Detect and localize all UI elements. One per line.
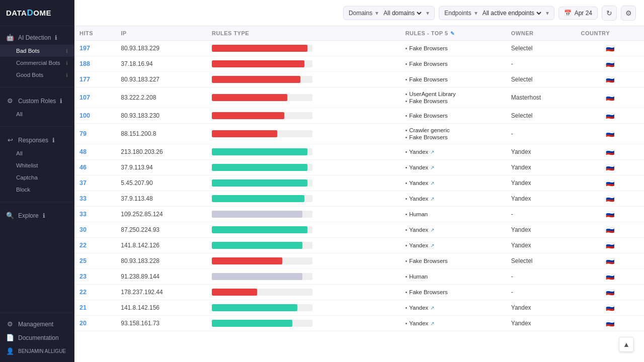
hits-link[interactable]: 100 [79, 112, 90, 119]
rule-text: Crawler generic [409, 127, 450, 133]
explore-label: Explore [18, 212, 39, 219]
domains-selector[interactable]: Domains ▾ All domains ▾ [343, 6, 435, 20]
rule-dot: • [406, 227, 408, 233]
bar-fill [212, 320, 292, 327]
cell-ip: 141.8.142.126 [116, 238, 207, 253]
rule-external-link-icon[interactable]: ↗ [430, 165, 434, 170]
rule-external-link-icon[interactable]: ↗ [430, 149, 434, 155]
cell-rules-type [207, 285, 400, 300]
date-label: Apr 24 [575, 10, 592, 17]
cell-rules-top5: •Crawler generic•Fake Browsers [400, 124, 506, 144]
sidebar-item-all-custom[interactable]: All [0, 108, 74, 120]
bar-container [212, 130, 312, 137]
sidebar-item-all-responses[interactable]: All [0, 147, 74, 159]
rule-text: Fake Browsers [409, 76, 448, 82]
chevron-up-icon: ▲ [623, 340, 630, 348]
hits-link[interactable]: 23 [79, 273, 87, 280]
hits-link[interactable]: 79 [79, 130, 87, 137]
hits-link[interactable]: 30 [79, 226, 87, 233]
cell-rules-type [207, 108, 400, 124]
flag-icon: 🇷🇺 [606, 257, 614, 265]
sidebar-item-ai-detection[interactable]: 🤖 AI Detection ℹ [0, 30, 74, 45]
cell-owner: Yandex [506, 316, 576, 331]
sidebar-item-management[interactable]: ⚙ Management [0, 317, 74, 331]
endpoints-chevron-icon: ▾ [474, 10, 477, 17]
hits-link[interactable]: 33 [79, 211, 87, 218]
robot-icon: 🤖 [6, 34, 14, 41]
sidebar-item-bad-bots[interactable]: Bad Bots ℹ [0, 45, 74, 57]
domains-select[interactable]: All domains [381, 9, 423, 17]
cell-hits: 107 [74, 87, 116, 108]
edit-rules-icon[interactable]: ✎ [450, 31, 455, 36]
hits-link[interactable]: 20 [79, 320, 87, 327]
responses-section: ↩ Responses ℹ All Whitelist Captcha Bloc… [0, 129, 74, 200]
ai-detection-label: AI Detection [18, 34, 51, 41]
hits-link[interactable]: 22 [79, 289, 87, 296]
cell-ip: 213.180.203.26 [116, 144, 207, 160]
bar-fill [212, 273, 302, 280]
endpoints-selector[interactable]: Endpoints ▾ All active endpoints ▾ [439, 6, 554, 20]
sidebar-item-explore[interactable]: 🔍 Explore ℹ [0, 208, 74, 223]
hits-link[interactable]: 22 [79, 242, 87, 249]
hits-link[interactable]: 48 [79, 148, 87, 155]
hits-link[interactable]: 33 [79, 195, 87, 202]
sidebar-item-good-bots[interactable]: Good Bots ℹ [0, 69, 74, 81]
rule-external-link-icon[interactable]: ↗ [430, 305, 434, 311]
rule-text: Yandex [409, 227, 428, 233]
explore-icon: 🔍 [6, 212, 14, 219]
cell-country: 🇷🇺 [576, 87, 645, 108]
bar-container [212, 304, 312, 311]
hits-link[interactable]: 21 [79, 304, 87, 311]
sidebar-item-whitelist[interactable]: Whitelist [0, 159, 74, 171]
endpoints-dropdown-icon: ▾ [546, 10, 549, 17]
settings-button[interactable]: ⚙ [621, 6, 636, 21]
hits-link[interactable]: 46 [79, 164, 87, 171]
cell-country: 🇷🇺 [576, 207, 645, 222]
sidebar-item-responses[interactable]: ↩ Responses ℹ [0, 133, 74, 147]
rule-text: Fake Browsers [409, 289, 448, 295]
hits-link[interactable]: 25 [79, 257, 87, 264]
flag-icon: 🇷🇺 [606, 195, 614, 203]
hits-link[interactable]: 177 [79, 76, 90, 83]
rule-external-link-icon[interactable]: ↗ [430, 243, 434, 248]
rule-dot: • [406, 149, 408, 155]
hits-link[interactable]: 188 [79, 60, 90, 67]
scroll-to-top-button[interactable]: ▲ [619, 337, 634, 352]
rule-dot: • [406, 46, 408, 51]
bar-container [212, 289, 312, 296]
sidebar-item-custom-roles[interactable]: ⚙ Custom Roles ℹ [0, 94, 74, 108]
sidebar-item-captcha[interactable]: Captcha [0, 171, 74, 184]
cell-owner: Yandex [506, 175, 576, 191]
cell-country: 🇷🇺 [576, 316, 645, 331]
date-picker[interactable]: 📅 Apr 24 [558, 7, 598, 20]
bar-fill [212, 112, 284, 119]
rule-external-link-icon[interactable]: ↗ [430, 227, 434, 233]
cell-owner: Yandex [506, 300, 576, 316]
rule-text: Fake Browsers [409, 61, 448, 67]
bar-fill [212, 45, 307, 52]
rule-external-link-icon[interactable]: ↗ [430, 180, 434, 186]
table-row: 10080.93.183.230•Fake BrowsersSelectel🇷🇺 [74, 108, 644, 124]
bar-container [212, 195, 312, 202]
sidebar-item-user[interactable]: 👤 BENJAMIN ALLIGUE [0, 344, 74, 358]
flag-icon: 🇷🇺 [606, 241, 614, 249]
domains-dropdown-icon: ▾ [426, 10, 429, 17]
refresh-button[interactable]: ↻ [602, 6, 617, 21]
bar-fill [212, 94, 287, 101]
response-icon: ↩ [6, 136, 14, 144]
rule-external-link-icon[interactable]: ↗ [430, 196, 434, 202]
flag-icon: 🇷🇺 [606, 94, 614, 102]
rule-dot: • [406, 99, 408, 104]
cell-ip: 93.158.161.73 [116, 316, 207, 331]
all-responses-label: All [16, 150, 23, 156]
sidebar-item-block[interactable]: Block [0, 184, 74, 196]
sidebar-item-documentation[interactable]: 📄 Documentation [0, 331, 74, 344]
endpoints-select[interactable]: All active endpoints [480, 9, 543, 17]
sidebar-item-commercial-bots[interactable]: Commercial Bots ℹ [0, 57, 74, 69]
hits-link[interactable]: 107 [79, 94, 90, 101]
cell-hits: 23 [74, 269, 116, 285]
rule-external-link-icon[interactable]: ↗ [430, 321, 434, 326]
doc-icon: 📄 [6, 334, 14, 341]
hits-link[interactable]: 37 [79, 179, 87, 187]
hits-link[interactable]: 197 [79, 45, 90, 52]
